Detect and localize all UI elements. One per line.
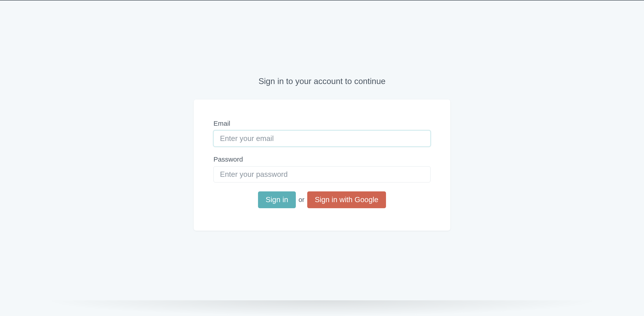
email-input[interactable] [214,130,430,146]
page-heading: Sign in to your account to continue [194,77,450,86]
email-label: Email [214,120,430,127]
button-row: Sign in or Sign in with Google [214,191,430,208]
or-separator: or [298,196,306,204]
password-label: Password [214,155,430,163]
signin-container: Sign in to your account to continue Emai… [194,1,450,231]
password-input[interactable] [214,166,430,183]
signin-card: Email Password Sign in or Sign in with G… [194,99,450,231]
signin-button[interactable]: Sign in [258,191,296,208]
password-group: Password [214,155,430,183]
email-group: Email [214,120,430,146]
signin-google-button[interactable]: Sign in with Google [307,191,386,208]
bottom-shadow [42,300,602,316]
